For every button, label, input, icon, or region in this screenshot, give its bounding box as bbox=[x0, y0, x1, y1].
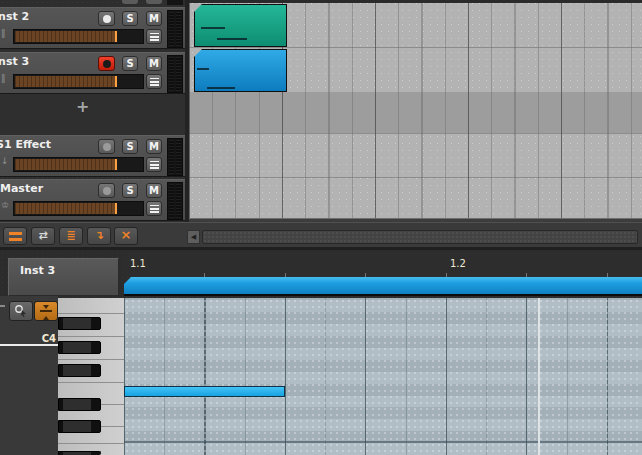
hamburger-icon bbox=[150, 33, 159, 41]
black-key-asharp2[interactable] bbox=[58, 451, 101, 455]
clip-loop-bar[interactable] bbox=[124, 277, 642, 296]
vu-meter bbox=[167, 10, 183, 48]
playhead-line[interactable] bbox=[538, 298, 540, 455]
arm-circle-icon bbox=[103, 143, 111, 151]
middle-strip: ⇄ ≣ ↴ × ◀ bbox=[0, 222, 642, 250]
ruler-tick bbox=[446, 273, 447, 277]
volume-fader[interactable] bbox=[13, 29, 144, 44]
clipped-vu-meter bbox=[167, 0, 183, 5]
record-arm-button[interactable] bbox=[98, 183, 115, 198]
hamburger-icon bbox=[150, 161, 159, 169]
track-menu-button[interactable] bbox=[146, 201, 162, 216]
fold-keys-button[interactable] bbox=[34, 301, 58, 321]
clip-note-preview bbox=[197, 68, 209, 70]
pointer-tool-button[interactable] bbox=[9, 301, 33, 321]
clip-note-preview bbox=[201, 27, 225, 29]
track-header-inst-3[interactable]: Inst 3 ‖ S M bbox=[0, 52, 185, 94]
ruler-tick bbox=[285, 273, 286, 277]
clipped-button-stub bbox=[122, 0, 138, 4]
track-menu-button[interactable] bbox=[146, 29, 162, 44]
arm-circle-icon bbox=[103, 15, 111, 23]
arm-circle-icon bbox=[103, 60, 111, 68]
black-key-asharp3[interactable] bbox=[58, 317, 101, 330]
clip-note-preview bbox=[217, 38, 247, 40]
white-key-divider bbox=[58, 382, 124, 383]
piano-keyboard[interactable] bbox=[58, 298, 124, 455]
ruler-tick bbox=[365, 273, 366, 277]
ruler-label-1-1: 1.1 bbox=[130, 258, 146, 269]
fader-fill bbox=[15, 31, 115, 42]
volume-fader[interactable] bbox=[13, 201, 144, 216]
track-name[interactable]: Inst 3 bbox=[0, 55, 29, 68]
volume-fader[interactable] bbox=[13, 157, 144, 172]
track-name[interactable]: Master bbox=[0, 182, 43, 195]
editor-track-header[interactable]: Inst 3 bbox=[8, 258, 119, 296]
track-menu-button[interactable] bbox=[146, 74, 162, 89]
effect-track-icon: ↓ bbox=[1, 157, 9, 166]
fader-fill bbox=[15, 203, 115, 214]
solo-button[interactable]: S bbox=[122, 139, 138, 154]
piano-roll-grid[interactable] bbox=[124, 298, 642, 455]
record-arm-button[interactable] bbox=[98, 139, 115, 154]
track-header-master[interactable]: Master ♔ S M bbox=[0, 179, 185, 221]
arranger-grid[interactable] bbox=[189, 0, 642, 222]
key-label-c4: C4 bbox=[0, 333, 56, 344]
delete-x-button[interactable]: × bbox=[114, 227, 138, 245]
arrow-down-turn-button[interactable]: ↴ bbox=[87, 227, 111, 245]
ruler-tick bbox=[204, 273, 205, 277]
fader-fill bbox=[15, 76, 115, 87]
instrument-track-icon: ‖ bbox=[1, 74, 6, 83]
mute-button[interactable]: M bbox=[146, 56, 162, 71]
swap-arrows-button[interactable]: ⇄ bbox=[31, 227, 55, 245]
black-key-csharp3[interactable] bbox=[58, 420, 101, 433]
fader-position-marker bbox=[115, 76, 117, 87]
octave-line-c3 bbox=[124, 441, 642, 443]
track-name[interactable]: Inst 2 bbox=[0, 10, 29, 23]
c4-line bbox=[0, 344, 58, 346]
fader-position-marker bbox=[115, 203, 117, 214]
instrument-track-icon: ‖ bbox=[1, 29, 6, 38]
clip-inst-2[interactable] bbox=[194, 4, 287, 47]
ruler-label-1-2: 1.2 bbox=[450, 258, 466, 269]
mute-button[interactable]: M bbox=[146, 139, 162, 154]
master-track-icon: ♔ bbox=[1, 201, 9, 210]
hamburger-icon bbox=[150, 205, 159, 213]
daw-window: Inst 2 ‖ S M Inst 3 ‖ S M + S1 Effect bbox=[0, 0, 642, 455]
record-arm-button[interactable] bbox=[98, 56, 115, 71]
add-track-button[interactable]: + bbox=[76, 97, 89, 116]
detail-list-button[interactable]: ≣ bbox=[59, 227, 83, 245]
clip-inst-3[interactable] bbox=[194, 49, 287, 92]
white-key-divider bbox=[58, 313, 124, 314]
double-bars-button[interactable] bbox=[3, 227, 27, 245]
solo-button[interactable]: S bbox=[122, 183, 138, 198]
record-arm-button[interactable] bbox=[98, 11, 115, 26]
ruler-tick bbox=[607, 273, 608, 277]
arranger-top-edge bbox=[189, 0, 642, 3]
mute-button[interactable]: M bbox=[146, 11, 162, 26]
horizontal-scrollbar[interactable] bbox=[202, 230, 638, 244]
editor-track-label: Inst 3 bbox=[9, 259, 118, 277]
track-menu-button[interactable] bbox=[146, 157, 162, 172]
solo-button[interactable]: S bbox=[122, 56, 138, 71]
editor-left-gutter: C4 C3 bbox=[0, 296, 58, 455]
track-header-inst-2[interactable]: Inst 2 ‖ S M bbox=[0, 7, 185, 49]
mute-button[interactable]: M bbox=[146, 183, 162, 198]
fader-position-marker bbox=[115, 31, 117, 42]
black-key-fsharp3[interactable] bbox=[58, 364, 101, 377]
white-key-divider bbox=[58, 443, 124, 444]
volume-fader[interactable] bbox=[13, 74, 144, 89]
black-key-gsharp3[interactable] bbox=[58, 341, 101, 354]
black-key-dsharp3[interactable] bbox=[58, 398, 101, 411]
beat-ruler[interactable]: 1.1 1.2 bbox=[124, 252, 642, 277]
white-key-divider bbox=[58, 336, 124, 337]
vu-meter bbox=[167, 182, 183, 220]
clip-note-preview bbox=[207, 87, 235, 89]
scroll-left-button[interactable]: ◀ bbox=[187, 230, 200, 244]
arranger-area[interactable] bbox=[185, 0, 642, 222]
track-name[interactable]: S1 Effect bbox=[0, 138, 51, 151]
double-bars-icon bbox=[9, 232, 22, 241]
solo-button[interactable]: S bbox=[122, 11, 138, 26]
midi-note-f3[interactable] bbox=[124, 386, 285, 397]
track-header-s1-effect[interactable]: S1 Effect ↓ S M bbox=[0, 135, 185, 177]
add-track-zone[interactable]: + bbox=[0, 94, 185, 135]
